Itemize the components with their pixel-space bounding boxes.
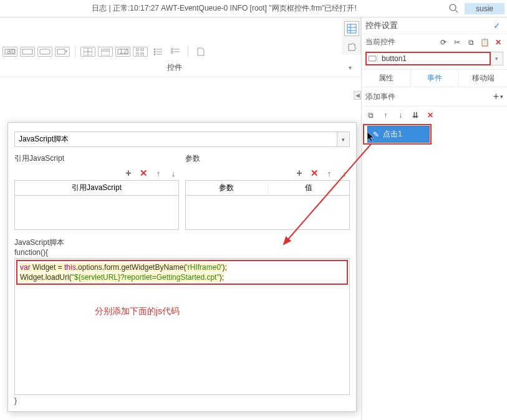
ref-col-title: 引用JavaScript [14,152,179,166]
script-type-value: JavaScript脚本 [19,135,69,143]
svg-point-18 [154,49,156,50]
widget-number-icon[interactable]: 123 [115,47,130,57]
chevron-down-icon[interactable]: ▾ [349,64,361,71]
add-param-button[interactable]: + [294,168,305,179]
current-widget-row: 当前控件 ⟳ ✂ ⧉ 📋 ✕ [362,34,507,50]
right-panel: 控件设置 ✓ 当前控件 ⟳ ✂ ⧉ 📋 ✕ button1 ▾ 属性 事件 [361,17,507,420]
copy-icon[interactable]: ⧉ [466,37,476,47]
svg-rect-16 [136,53,138,55]
cursor-icon [367,131,377,141]
move-up-icon[interactable]: ↑ [380,110,390,120]
tab-event[interactable]: 事件 [410,70,458,87]
ref-col: 引用JavaScript + ✕ ↑ ↓ 引用JavaScript [14,152,179,230]
svg-rect-32 [369,56,376,61]
refresh-icon[interactable]: ⟳ [438,37,448,47]
remove-ref-button[interactable]: ✕ [138,168,149,179]
param-icon-row: + ✕ ↑ ↓ [185,166,350,180]
svg-rect-10 [101,49,110,55]
svg-rect-26 [171,51,173,53]
delete-icon[interactable]: ✕ [493,37,503,47]
chevron-down-icon[interactable]: ▾ [491,52,503,65]
vertical-tabs [342,17,361,55]
button-type-icon [367,54,378,63]
widget-tree-icon[interactable] [133,47,148,57]
tab-mobile[interactable]: 移动端 [459,70,507,87]
add-event-label: 添加事件 [365,92,395,102]
widget-grid-icon[interactable] [80,47,95,57]
event-action-row: ⧉ ↑ ↓ ⇊ ✕ [362,107,507,124]
param-table[interactable]: 参数 值 [185,180,350,230]
tab-property[interactable]: 属性 [362,70,410,87]
param-col-title: 参数 [185,152,350,166]
param-head-value: 值 [268,183,350,193]
vert-tab-puzzle-icon[interactable] [344,40,359,55]
sort-icon[interactable]: ⇊ [410,110,420,120]
ref-icon-row: + ✕ ↑ ↓ [14,166,179,180]
svg-rect-17 [141,53,143,55]
widget-combo-icon[interactable] [55,47,70,57]
code-area[interactable]: var Widget = this.options.form.getWidget… [14,258,350,395]
move-down-icon[interactable]: ↓ [395,110,405,120]
ref-table-head: 引用JavaScript [15,183,178,193]
widget-list1-icon[interactable] [150,47,165,57]
widget-button-icon[interactable] [37,47,52,57]
code-annotation: 分别添加下面的js代码 [95,306,180,317]
panel-collapse-left-2[interactable]: ◀ [354,91,361,100]
widget-file-icon[interactable] [193,47,208,57]
event-item-label: 点击1 [383,129,402,140]
func-label: JavaScript脚本 [14,237,350,248]
svg-point-0 [450,4,456,11]
toolbar-separator [75,46,75,57]
add-event-row: 添加事件 +▾ [362,87,507,107]
log-text: 日志 | 正常:10:17:27 AWT-EventQueue-0 INFO [… [0,3,448,14]
svg-line-1 [455,10,458,12]
svg-point-20 [154,51,156,53]
svg-rect-14 [136,48,138,50]
param-down-button[interactable]: ↓ [339,168,350,179]
pin-icon[interactable]: ✓ [491,21,503,31]
chevron-down-icon[interactable]: ▾ [337,131,350,147]
delete-event-icon[interactable]: ✕ [425,110,435,120]
widget-list2-icon[interactable] [168,47,183,57]
svg-rect-4 [22,49,32,54]
user-name[interactable]: susie [465,3,505,14]
widget-text-icon[interactable] [20,47,35,57]
add-event-button[interactable]: +▾ [493,91,503,102]
toolbar-separator [188,46,188,57]
script-type-combo[interactable]: JavaScript脚本 [14,131,337,147]
param-col: 参数 + ✕ ↑ ↓ 参数 值 [185,152,350,230]
cut-icon[interactable]: ✂ [452,37,462,47]
script-editor-popup: JavaScript脚本 ▾ 引用JavaScript + ✕ ↑ ↓ 引用Ja… [7,122,357,412]
widget-label-icon[interactable]: abl [2,47,17,57]
current-widget-field-row: button1 ▾ [362,50,507,69]
current-widget-value: button1 [378,53,410,64]
svg-text:123: 123 [119,49,128,55]
svg-rect-24 [171,48,173,50]
svg-rect-15 [141,48,143,50]
param-up-button[interactable]: ↑ [324,168,335,179]
widget-section-label: 控件 [0,62,349,73]
func-open: function(){ [14,248,350,257]
vert-tab-grid-icon[interactable] [344,21,359,36]
ref-table[interactable]: 引用JavaScript [14,180,179,230]
widget-toolbar: abl 123 [0,42,361,60]
rp-header: 控件设置 ✓ [362,17,507,34]
current-widget-field[interactable]: button1 [365,52,491,65]
rp-tabs: 属性 事件 移动端 [362,69,507,87]
paste-icon[interactable]: 📋 [480,37,490,47]
param-head-param: 参数 [186,183,268,193]
top-bar: 日志 | 正常:10:17:27 AWT-EventQueue-0 INFO [… [0,0,507,17]
widget-date-icon[interactable] [98,47,113,57]
copy-event-icon[interactable]: ⧉ [365,110,375,120]
search-icon[interactable] [448,3,460,14]
svg-rect-5 [40,49,50,54]
remove-param-button[interactable]: ✕ [309,168,320,179]
add-ref-button[interactable]: + [123,168,134,179]
ref-down-button[interactable]: ↓ [168,168,179,179]
script-type-row: JavaScript脚本 ▾ [14,131,350,147]
ref-param-section: 引用JavaScript + ✕ ↑ ↓ 引用JavaScript 参数 + ✕… [14,152,350,230]
ref-up-button[interactable]: ↑ [153,168,164,179]
event-item-click1[interactable]: ✎ 点击1 [367,126,430,143]
svg-point-22 [154,54,156,55]
svg-rect-6 [57,49,65,54]
